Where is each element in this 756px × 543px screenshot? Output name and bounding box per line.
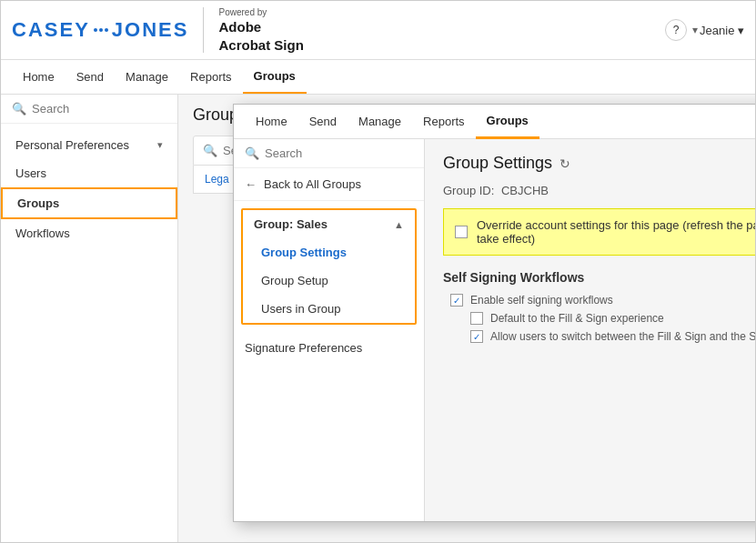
table-search-icon: 🔍 [203,144,217,157]
chevron-up-icon: ▲ [394,219,404,230]
back-arrow-icon: ← [245,177,257,191]
group-id-value: CBJCHB [501,184,549,197]
help-chevron: ▾ [692,24,698,36]
checkbox-row-0: Enable self signing workflows [443,294,755,307]
overlay-nav-reports[interactable]: Reports [412,106,476,137]
section-title: Self Signing Workflows [443,270,755,285]
back-to-groups-link[interactable]: ← Back to All Groups [234,168,424,201]
nav-manage[interactable]: Manage [115,61,179,93]
group-id-display: Group ID: CBJCHB [443,184,755,197]
checkbox-enable-self-signing[interactable] [450,294,463,307]
overlay-page-title: Group Settings [443,154,552,173]
overlay-search-icon: 🔍 [245,146,259,160]
override-box: Override account settings for this page … [443,208,755,256]
override-checkbox[interactable] [455,226,468,238]
nav-groups[interactable]: Groups [243,60,307,94]
help-button[interactable]: ? [665,19,687,41]
powered-by-label: Powered by [218,6,303,18]
sidebar-search-bar: 🔍 [1,95,177,124]
overlay-search-bar: 🔍 [234,139,424,168]
override-text: Override account settings for this page … [477,218,755,246]
logo-dots [94,28,108,32]
overlay-main: Group Settings ↻ Group ID: CBJCHB Overri… [425,139,755,521]
sidebar-item-workflows[interactable]: Workflows [1,219,177,247]
checkbox-default-fill-sign[interactable] [470,312,483,325]
checkbox-row-2: Allow users to switch between the Fill &… [443,330,755,343]
sidebar-item-groups[interactable]: Groups [1,187,177,219]
overlay-body: 🔍 ← Back to All Groups Group: Sales ▲ [234,139,755,521]
checkbox-row-1: Default to the Fill & Sign experience [443,312,755,325]
company-logo: CASEY JONES [12,18,188,42]
overlay-sidebar: 🔍 ← Back to All Groups Group: Sales ▲ [234,139,425,521]
group-subnav: Group Settings Group Setup Users in Grou… [243,238,415,323]
nav-home[interactable]: Home [12,61,66,93]
nav-send[interactable]: Send [66,61,115,93]
group-title[interactable]: Group: Sales ▲ [243,210,415,238]
sidebar-item-personal-preferences[interactable]: Personal Preferences ▾ [1,131,177,159]
main-nav: Home Send Manage Reports Groups [1,60,755,95]
sub-item-group-settings[interactable]: Group Settings [243,238,415,266]
user-menu-button[interactable]: Jeanie ▾ [700,24,744,37]
overlay-nav-send[interactable]: Send [298,106,348,137]
sidebar-item-users[interactable]: Users [1,159,177,187]
checkbox-allow-switch[interactable] [470,330,483,343]
sub-item-users-in-group[interactable]: Users in Group [243,295,415,323]
body-area: 🔍 Personal Preferences ▾ Users Groups Wo… [1,95,755,542]
sub-item-group-setup[interactable]: Group Setup [243,266,415,295]
sidebar-nav: Personal Preferences ▾ Users Groups Work… [1,124,177,255]
signature-preferences-item[interactable]: Signature Preferences [234,332,424,364]
overlay-nav-groups[interactable]: Groups [476,105,539,139]
acrobat-sign-label: Acrobat Sign [218,36,303,55]
group-section: Group: Sales ▲ Group Settings Group Setu… [241,208,417,325]
overlay-nav: Home Send Manage Reports Groups [234,105,755,139]
adobe-label: Adobe [218,18,303,36]
overlay-search-input[interactable] [265,146,413,160]
overlay-window: Home Send Manage Reports Groups 🔍 [233,104,755,522]
overlay-refresh-icon[interactable]: ↻ [559,156,570,171]
overlay-nav-home[interactable]: Home [245,106,298,137]
help-icon: ? [673,24,680,36]
outer-window: CASEY JONES Powered by Adobe Acrobat Sig… [0,0,756,543]
sidebar-search-icon: 🔍 [12,102,26,116]
adobe-branding: Powered by Adobe Acrobat Sign [218,6,303,54]
main-content: Groups ↻ 🔍 ☰ Group Settings ☞ Lega nsact… [178,95,755,542]
group-name-cell[interactable]: Lega [205,173,229,186]
overlay-nav-manage[interactable]: Manage [348,106,412,137]
nav-reports[interactable]: Reports [179,61,243,93]
chevron-down-icon: ▾ [157,139,163,151]
sidebar-search-input[interactable] [32,102,166,116]
left-sidebar: 🔍 Personal Preferences ▾ Users Groups Wo… [1,95,178,542]
top-header: CASEY JONES Powered by Adobe Acrobat Sig… [1,1,755,60]
overlay-title: Group Settings ↻ [443,154,755,173]
